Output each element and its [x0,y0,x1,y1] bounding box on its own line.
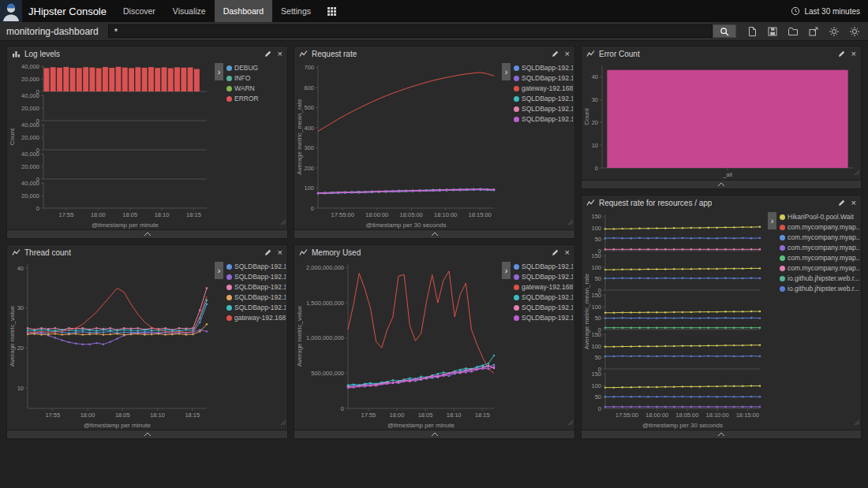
edit-panel-icon[interactable] [552,248,559,256]
close-panel-icon[interactable]: × [851,199,856,207]
nav-item-dashboard[interactable]: Dashboard [215,0,272,22]
resize-handle[interactable] [280,415,286,429]
search-button[interactable] [713,24,736,38]
legend-item[interactable]: SQLDBapp-192.168.4... [514,304,573,311]
chevron-up-icon [144,432,152,437]
panel-title: Request rate [312,50,357,58]
collapse-panel-button[interactable] [7,229,287,238]
legend-item[interactable]: SQLDBapp-192.168.4... [514,263,573,270]
resize-handle[interactable] [854,415,860,429]
legend-swatch [514,295,519,300]
legend-item[interactable]: com.mycompany.myap... [780,264,859,272]
collapse-panel-button[interactable] [294,229,574,238]
new-dashboard-button[interactable] [744,24,759,39]
legend-swatch [514,96,519,102]
legend-item[interactable]: gateway-192.168.4... [514,84,573,92]
legend-item[interactable]: SQLDBapp-192.168.4... [226,293,286,301]
legend-item[interactable]: com.mycompany.myap... [780,244,859,251]
legend-item[interactable]: com.mycompany.myap... [780,233,859,241]
apps-grid-icon[interactable] [320,0,344,22]
load-dashboard-button[interactable] [785,24,800,39]
edit-panel-icon[interactable] [552,50,559,58]
close-panel-icon[interactable]: × [278,248,282,257]
collapse-panel-button[interactable] [582,180,861,188]
edit-panel-icon[interactable] [264,248,272,256]
query-input[interactable] [108,24,713,38]
close-panel-icon[interactable]: × [565,248,570,257]
legend-item[interactable]: com.mycompany.myap... [780,254,859,262]
jhipster-logo[interactable] [0,0,22,22]
legend-item[interactable]: io.github.jhipster.web.r... [780,285,859,292]
nav-item-settings[interactable]: Settings [272,0,320,22]
resize-handle[interactable] [280,214,286,229]
legend-item[interactable]: SQLDBapp-192.168.4... [226,263,286,270]
share-dashboard-button[interactable] [806,24,821,39]
svg-text:0: 0 [598,405,601,412]
collapse-panel-button[interactable] [7,430,287,438]
svg-text:20,000: 20,000 [21,163,39,170]
legend-label: com.mycompany.myap... [788,223,859,231]
legend-toggle-icon[interactable]: › [768,212,776,229]
time-picker[interactable]: Last 30 minutes [791,6,868,16]
legend-item[interactable]: SQLDBapp-192.168.4... [514,273,573,281]
legend-label: SQLDBapp-192.168.4... [234,263,286,270]
legend-item[interactable]: gateway-192.168.4... [514,283,573,291]
legend-item[interactable]: SQLDBapp-192.168.4... [514,74,573,82]
legend-item[interactable]: SQLDBapp-192.168.4... [514,64,573,72]
legend-item[interactable]: ERROR [226,95,286,102]
resize-handle[interactable] [567,415,574,429]
edit-panel-icon[interactable] [264,50,272,58]
svg-text:18:00:00: 18:00:00 [365,211,388,218]
save-dashboard-button[interactable] [765,24,780,39]
svg-text:50: 50 [595,393,601,400]
svg-text:@timestamp per minute: @timestamp per minute [84,422,152,429]
resize-handle[interactable] [567,214,574,229]
svg-text:20,000: 20,000 [21,134,39,141]
settings-button[interactable] [847,24,862,39]
legend-swatch [514,117,519,122]
edit-panel-icon[interactable] [838,50,846,58]
legend-toggle-icon[interactable]: › [215,63,223,80]
legend-item[interactable]: com.mycompany.myap... [780,223,859,231]
collapse-panel-button[interactable] [582,430,861,438]
svg-text:20,000: 20,000 [21,76,39,83]
legend-label: com.mycompany.myap... [788,254,859,262]
resize-handle[interactable] [854,165,860,179]
legend-item[interactable]: INFO [226,74,286,82]
nav-item-discover[interactable]: Discover [114,0,164,22]
close-panel-icon[interactable]: × [851,50,856,58]
legend-item[interactable]: io.github.jhipster.web.r... [780,274,859,282]
legend-toggle-icon[interactable]: › [215,262,223,279]
legend-toggle-icon[interactable]: › [502,63,511,80]
legend: › HikariPool-0.pool.Waitcom.mycompany.my… [768,210,861,430]
legend-swatch [780,245,785,251]
legend-swatch [514,106,519,112]
panel-title: Thread count [24,248,71,257]
legend-swatch [226,76,232,81]
legend-item[interactable]: WARN [226,84,286,92]
legend-item[interactable]: SQLDBapp-192.168.4... [514,115,573,123]
options-button[interactable] [826,24,841,39]
close-panel-icon[interactable]: × [565,50,570,58]
legend-swatch [226,274,232,280]
legend: › SQLDBapp-192.168.4...SQLDBapp-192.168.… [502,61,574,229]
svg-text:18:00: 18:00 [80,412,95,419]
legend-toggle-icon[interactable]: › [502,262,511,279]
legend-item[interactable]: SQLDBapp-192.168.4... [226,283,286,291]
legend-item[interactable]: gateway-192.168.43.8... [226,314,286,322]
svg-text:1,500,000,000: 1,500,000,000 [306,300,344,307]
close-panel-icon[interactable]: × [278,50,282,58]
legend-item[interactable]: SQLDBapp-192.168.4... [514,105,573,113]
legend-item[interactable]: SQLDBapp-192.168.4... [514,293,573,301]
legend-label: SQLDBapp-192.168.4... [234,283,286,291]
legend-item[interactable]: SQLDBapp-192.168.4... [514,314,573,322]
collapse-panel-button[interactable] [294,430,574,438]
legend-item[interactable]: SQLDBapp-192.168.4... [226,304,286,311]
legend-item[interactable]: DEBUG [226,64,286,72]
edit-panel-icon[interactable] [838,199,846,207]
nav-item-visualize[interactable]: Visualize [164,0,215,22]
legend-item[interactable]: SQLDBapp-192.168.4... [226,273,286,281]
legend-item[interactable]: SQLDBapp-192.168.4... [514,95,573,102]
legend-item[interactable]: HikariPool-0.pool.Wait [780,213,859,221]
legend-swatch [226,264,232,270]
